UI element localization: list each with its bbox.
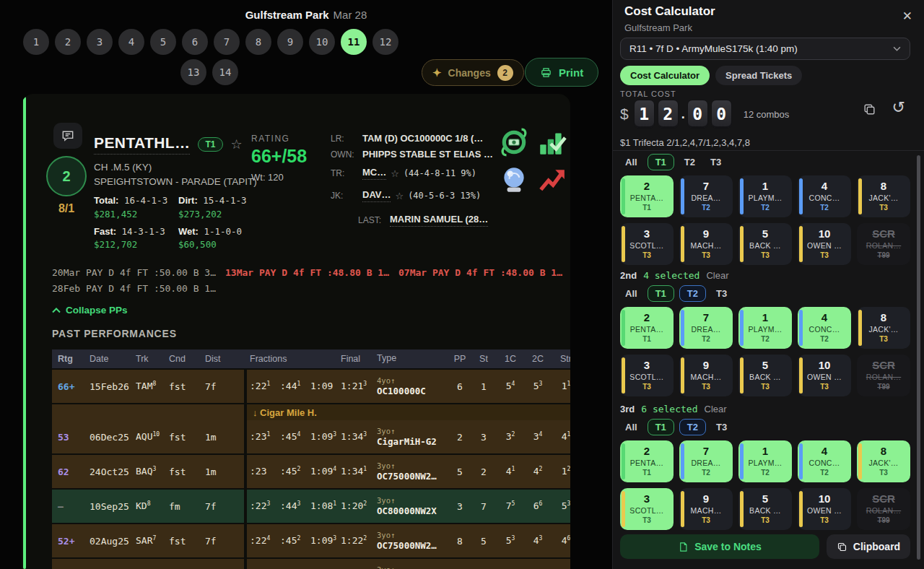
tier-filter-t3[interactable]: T3 [705,155,726,170]
tier-accent-bar [799,443,803,479]
tab-cost-calculator[interactable]: Cost Calculator [620,66,710,85]
race-button-7[interactable]: 7 [214,29,240,55]
race-button-12[interactable]: 12 [372,29,398,55]
connection-value[interactable]: MC… [362,167,386,180]
race-button-2[interactable]: 2 [55,29,81,55]
star-icon[interactable]: ☆ [391,168,399,179]
horse-card-2[interactable]: 2PENTA…T1 [620,307,674,349]
save-to-notes-button[interactable]: Save to Notes [620,534,819,559]
horse-card-SCR[interactable]: SCRROLAN…T99 [857,355,910,396]
race-button-3[interactable]: 3 [87,29,113,55]
horse-card-10[interactable]: 10OWEN …T3 [798,223,851,265]
tier-filter-all[interactable]: All [620,420,642,435]
horse-card-5[interactable]: 5BACK …T3 [738,223,792,265]
horse-card-1[interactable]: 1PLAYM…T2 [738,307,792,349]
horse-card-7[interactable]: 7DREA…T2 [679,175,733,217]
connection-value[interactable]: MARIN SAMUEL (28… [390,214,488,227]
tier-filter-t1[interactable]: T1 [648,419,674,435]
race-button-14[interactable]: 14 [212,59,238,85]
clear-button[interactable]: Clear [705,404,727,414]
changes-button[interactable]: ✦ Changes 2 [422,59,524,86]
horse-card-4[interactable]: 4CONC…T2 [798,440,851,482]
horse-card-SCR[interactable]: SCRROLAN…T99 [857,223,910,265]
copy-icon[interactable] [863,103,876,118]
horse-card-8[interactable]: 8JACK'…T3 [857,175,910,217]
horse-card-9[interactable]: 9MACH…T3 [679,223,733,265]
horse-card-9[interactable]: 9MACH…T3 [679,488,733,530]
horse-card-4[interactable]: 4CONC…T2 [798,307,851,349]
tier-filter-all[interactable]: All [620,286,642,301]
race-button-11[interactable]: 11 [341,29,367,55]
race-select-dropdown[interactable]: R11 • 7f D • ArmyMuleS175k (1:40 pm) [620,38,910,60]
horse-card-4[interactable]: 4CONC…T2 [798,175,851,217]
horse-name[interactable]: PENTATHL… [94,134,190,155]
clear-button[interactable]: Clear [706,270,728,281]
horse-card-10[interactable]: 10OWEN …T3 [798,488,851,530]
horse-card-3[interactable]: 3SCOTL…T3 [620,355,674,396]
tier-filter-t3[interactable]: T3 [711,286,732,301]
pp-row[interactable]: 5306Dec25AQU10fst1m:231:4541:0931:3433yo… [52,420,570,453]
star-icon[interactable]: ☆ [395,191,404,201]
close-icon[interactable]: ✕ [902,9,912,24]
tier-filters: AllT1T2T3 [620,153,910,170]
race-button-5[interactable]: 5 [150,29,176,55]
tab-spread-tickets[interactable]: Spread Tickets [715,66,802,85]
collapse-pps-link[interactable]: Collapse PPs [52,305,128,316]
horse-card-1[interactable]: 1PLAYM…T2 [738,440,792,482]
race-button-9[interactable]: 9 [277,29,303,55]
tier-accent-bar [799,178,803,214]
race-button-4[interactable]: 4 [118,29,144,55]
reset-icon[interactable]: ↺ [892,98,905,117]
race-button-10[interactable]: 10 [309,29,335,55]
weight: Wt: 120 [251,172,307,183]
stakes-banner: ↓ Cigar Mile H. [52,404,570,420]
program-number: 2 [46,156,87,196]
rating-block: RATING 66+/58 Wt: 120 [251,134,307,183]
horse-card-5[interactable]: 5BACK …T3 [738,488,792,530]
connection-value[interactable]: DAV… [362,189,391,202]
comment-button[interactable] [53,123,82,149]
tier-filter-t1[interactable]: T1 [648,154,674,170]
horse-card-7[interactable]: 7DREA…T2 [679,307,733,349]
horse-card-2[interactable]: 2PENTA…T1 [620,175,674,217]
horse-card-7[interactable]: 7DREA…T2 [679,440,733,482]
comment-icon [61,129,75,143]
race-button-13[interactable]: 13 [180,59,206,85]
horse-card-8[interactable]: 8JACK'…T3 [857,307,910,349]
tier-filter-t2[interactable]: T2 [679,155,700,170]
connections: LR:TAM (D) OC100000C 1/8 (…OWN:PHIPPS ST… [331,133,498,232]
print-button[interactable]: Print [525,58,598,87]
horse-card-9[interactable]: 9MACH…T3 [679,355,733,396]
tier-filter-all[interactable]: All [620,155,642,170]
pp-row[interactable]: 5007Jun25SAR5slys7f:222:4441:101:233yo↑O… [52,559,570,569]
pp-row[interactable]: —10Sep25KD8fm7f:223:4431:0811:2023yo↑OC8… [52,490,570,523]
ticket-leg-2: 2nd4 selectedClearAllT1T2T32PENTA…T17DRE… [620,269,910,396]
race-button-6[interactable]: 6 [182,29,208,55]
pp-row[interactable]: 52+02Aug25SAR7fst7f:224:4521:0931:2223yo… [52,524,570,557]
pp-row[interactable]: 66+15Feb26TAM8fst7f:221:4411:091:2134yo↑… [52,370,570,403]
horse-name-row: PENTATHL… T1 ☆ [94,134,243,155]
tier-filter-t2[interactable]: T2 [679,419,706,435]
tier-filter-t3[interactable]: T3 [711,420,732,435]
horse-card-3[interactable]: 3SCOTL…T3 [620,488,674,530]
app: Gulfstream ParkMar 28 123456789101112 13… [0,0,924,569]
track-header: Gulfstream ParkMar 28 [0,9,612,21]
horse-card-2[interactable]: 2PENTA…T1 [620,440,674,482]
printer-icon [540,66,552,79]
horse-card-3[interactable]: 3SCOTL…T3 [620,223,674,265]
tier-filter-t1[interactable]: T1 [648,285,674,302]
horse-card-10[interactable]: 10OWEN …T3 [798,355,851,396]
scrollbar-thumb[interactable] [917,155,920,560]
tier-accent-bar [681,226,684,262]
star-icon[interactable]: ☆ [231,136,243,152]
pp-row[interactable]: 6224Oct25BAQ3fst1m:23:4521:0941:3413yo↑O… [52,455,570,488]
horse-card-8[interactable]: 8JACK'…T3 [857,440,910,482]
horse-card-5[interactable]: 5BACK …T3 [738,355,792,396]
tier-filters: AllT1T2T3 [620,418,910,435]
horse-card-1[interactable]: 1PLAYM…T2 [738,175,792,217]
horse-card-SCR[interactable]: SCRROLAN…T99 [857,488,910,530]
race-button-1[interactable]: 1 [23,29,49,55]
race-button-8[interactable]: 8 [245,29,271,55]
clipboard-button[interactable]: Clipboard [827,534,910,559]
tier-filter-t2[interactable]: T2 [679,285,706,302]
